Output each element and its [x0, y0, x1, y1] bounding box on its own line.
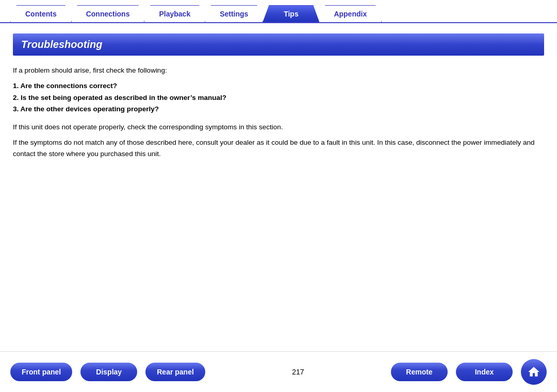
para1: If this unit does not operate properly, … — [13, 122, 544, 133]
remote-button[interactable]: Remote — [391, 363, 448, 381]
page-main: Troubleshooting If a problem should aris… — [0, 23, 557, 344]
checklist-item-2: 2. Is the set being operated as describe… — [13, 92, 544, 104]
bottom-nav-left: Front panel Display Rear panel — [10, 363, 205, 381]
checklist: 1. Are the connections correct? 2. Is th… — [13, 80, 544, 116]
checklist-item-3: 3. Are the other devices operating prope… — [13, 104, 544, 115]
tab-tips[interactable]: Tips — [263, 5, 319, 22]
checklist-item-1: 1. Are the connections correct? — [13, 80, 544, 92]
section-header: Troubleshooting — [13, 33, 544, 56]
tab-appendix[interactable]: Appendix — [319, 5, 382, 22]
rear-panel-button[interactable]: Rear panel — [145, 363, 205, 381]
bottom-nav-right: Remote Index — [391, 359, 547, 385]
tab-contents[interactable]: Contents — [10, 5, 72, 22]
tab-settings[interactable]: Settings — [205, 5, 263, 22]
tab-playback[interactable]: Playback — [144, 5, 205, 22]
intro-text: If a problem should arise, first check t… — [13, 65, 544, 76]
section-title: Troubleshooting — [21, 39, 102, 50]
nav-tabs: Contents Connections Playback Settings T… — [0, 0, 557, 23]
home-button[interactable] — [521, 359, 547, 385]
tab-connections[interactable]: Connections — [71, 5, 145, 22]
para2: If the symptoms do not match any of thos… — [13, 137, 544, 159]
index-button[interactable]: Index — [456, 363, 513, 381]
page-number: 217 — [292, 368, 304, 376]
display-button[interactable]: Display — [80, 363, 137, 381]
front-panel-button[interactable]: Front panel — [10, 363, 72, 381]
content-area: Troubleshooting If a problem should aris… — [0, 23, 557, 174]
home-icon — [527, 365, 540, 379]
bottom-nav: Front panel Display Rear panel 217 Remot… — [0, 351, 557, 392]
